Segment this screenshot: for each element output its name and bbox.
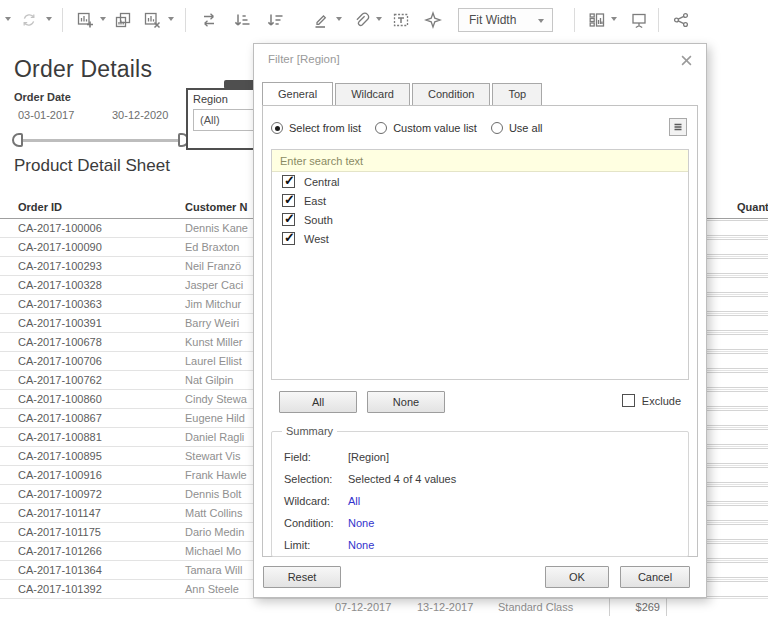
column-header-quantity[interactable]: Quant bbox=[737, 201, 768, 213]
value-listbox: Central East South bbox=[271, 149, 689, 380]
customer-name-cell: Ann Steele bbox=[185, 583, 239, 595]
cancel-button[interactable]: Cancel bbox=[620, 566, 690, 588]
summary-row-label: Condition: bbox=[284, 517, 348, 529]
selection-mode-radios: Select from list Custom value list Use a… bbox=[271, 122, 557, 134]
ship-mode-cell: Standard Class bbox=[498, 601, 573, 613]
undo-dropdown-caret-icon[interactable] bbox=[5, 17, 11, 21]
dialog-title: Filter [Region] bbox=[268, 53, 340, 65]
order-id-cell: CA-2017-100860 bbox=[18, 393, 102, 405]
selection-mode-radio[interactable]: Use all bbox=[491, 122, 543, 134]
toolbar-separator bbox=[658, 8, 659, 32]
customer-name-cell: Jim Mitchur bbox=[185, 298, 241, 310]
clear-sheet-caret-icon[interactable] bbox=[168, 17, 174, 21]
dialog-tab[interactable]: Condition bbox=[412, 83, 490, 105]
dialog-tab[interactable]: Top bbox=[492, 83, 542, 105]
ok-button[interactable]: OK bbox=[545, 566, 609, 588]
column-header-customer[interactable]: Customer N bbox=[185, 201, 247, 213]
new-worksheet-caret-icon[interactable] bbox=[100, 17, 106, 21]
fit-selector[interactable]: Fit Width bbox=[458, 8, 553, 32]
value-list-item[interactable]: Central bbox=[272, 172, 688, 191]
summary-row-label: Wildcard: bbox=[284, 495, 348, 507]
highlight-caret-icon[interactable] bbox=[336, 17, 342, 21]
summary-row-label: Field: bbox=[284, 451, 348, 463]
quantity-cell bbox=[703, 581, 768, 597]
summary-row-value[interactable]: None bbox=[348, 539, 374, 551]
order-id-cell: CA-2017-100678 bbox=[18, 336, 102, 348]
reset-button[interactable]: Reset bbox=[263, 566, 341, 588]
radio-label: Custom value list bbox=[393, 122, 477, 134]
order-id-cell: CA-2017-100706 bbox=[18, 355, 102, 367]
pin-icon[interactable] bbox=[420, 7, 446, 33]
highlight-icon[interactable] bbox=[308, 7, 334, 33]
checkbox-icon bbox=[622, 394, 635, 407]
dialog-tab[interactable]: General bbox=[262, 82, 333, 105]
radio-label: Select from list bbox=[289, 122, 361, 134]
list-options-icon[interactable] bbox=[669, 118, 687, 136]
order-date-end: 30-12-2020 bbox=[112, 109, 168, 121]
date-slider-handle-left[interactable] bbox=[12, 133, 23, 147]
text-label-icon[interactable] bbox=[388, 7, 414, 33]
quantity-cell bbox=[703, 334, 768, 350]
order-id-cell: CA-2017-100090 bbox=[18, 241, 102, 253]
value-list-item[interactable]: East bbox=[272, 191, 688, 210]
swap-rows-columns-icon[interactable] bbox=[196, 7, 222, 33]
quantity-cell bbox=[703, 391, 768, 407]
presentation-mode-icon[interactable] bbox=[626, 7, 652, 33]
order-id-cell: CA-2017-100881 bbox=[18, 431, 102, 443]
show-cards-icon[interactable] bbox=[584, 7, 610, 33]
show-cards-caret-icon[interactable] bbox=[611, 17, 617, 21]
customer-name-cell: Kunst Miller bbox=[185, 336, 242, 348]
summary-row: Selection: Selected 4 of 4 values bbox=[284, 468, 688, 490]
exclude-checkbox[interactable]: Exclude bbox=[622, 394, 681, 407]
sort-ascending-icon[interactable] bbox=[229, 7, 255, 33]
order-id-cell: CA-2017-101175 bbox=[18, 526, 101, 538]
order-id-cell: CA-2017-100867 bbox=[18, 412, 102, 424]
summary-row-value[interactable]: [Region] bbox=[348, 451, 389, 463]
dialog-tab[interactable]: Wildcard bbox=[335, 83, 410, 105]
fit-selector-value: Fit Width bbox=[469, 13, 516, 27]
summary-row-label: Limit: bbox=[284, 539, 348, 551]
column-header-order-id[interactable]: Order ID bbox=[18, 201, 62, 213]
value-label: South bbox=[304, 214, 333, 226]
quantity-cell bbox=[703, 486, 768, 502]
sort-descending-icon[interactable] bbox=[262, 7, 288, 33]
customer-name-cell: Dennis Kane bbox=[185, 222, 248, 234]
toolbar-separator bbox=[574, 8, 575, 32]
quantity-cell bbox=[703, 258, 768, 274]
quantity-cell bbox=[703, 429, 768, 445]
clear-sheet-icon[interactable] bbox=[139, 7, 165, 33]
ship-date-cell: 13-12-2017 bbox=[417, 601, 473, 613]
order-id-cell: CA-2017-100762 bbox=[18, 374, 102, 386]
new-worksheet-icon[interactable] bbox=[72, 7, 98, 33]
order-id-cell: CA-2017-100391 bbox=[18, 317, 102, 329]
order-id-cell: CA-2017-101392 bbox=[18, 583, 102, 595]
refresh-dropdown-caret-icon[interactable] bbox=[46, 17, 52, 21]
value-list-item[interactable]: West bbox=[272, 229, 688, 248]
summary-row: Condition: None bbox=[284, 512, 688, 534]
customer-name-cell: Matt Collins bbox=[185, 507, 242, 519]
all-button[interactable]: All bbox=[279, 391, 357, 413]
customer-name-cell: Barry Weiri bbox=[185, 317, 239, 329]
order-id-cell: CA-2017-101147 bbox=[18, 507, 101, 519]
paperclip-caret-icon[interactable] bbox=[376, 17, 382, 21]
share-icon[interactable] bbox=[668, 7, 694, 33]
quantity-cell bbox=[703, 524, 768, 540]
close-icon[interactable] bbox=[678, 52, 694, 68]
value-list-item[interactable]: South bbox=[272, 210, 688, 229]
paperclip-icon[interactable] bbox=[348, 7, 374, 33]
summary-row-value[interactable]: All bbox=[348, 495, 360, 507]
selection-mode-radio[interactable]: Custom value list bbox=[375, 122, 477, 134]
search-input[interactable] bbox=[272, 150, 688, 172]
none-button[interactable]: None bbox=[367, 391, 445, 413]
date-slider-track[interactable] bbox=[18, 139, 182, 142]
summary-row-value[interactable]: None bbox=[348, 517, 374, 529]
selection-mode-radio[interactable]: Select from list bbox=[271, 122, 361, 134]
tableau-window: Fit Width Order Details Order Date 03-01… bbox=[0, 0, 768, 617]
quantity-cell bbox=[703, 562, 768, 578]
refresh-icon[interactable] bbox=[16, 7, 42, 33]
summary-row-value[interactable]: Selected 4 of 4 values bbox=[348, 473, 456, 485]
order-id-cell: CA-2017-100006 bbox=[18, 222, 102, 234]
customer-name-cell: Michael Mo bbox=[185, 545, 241, 557]
order-id-cell: CA-2017-100916 bbox=[18, 469, 102, 481]
duplicate-sheet-icon[interactable] bbox=[110, 7, 136, 33]
